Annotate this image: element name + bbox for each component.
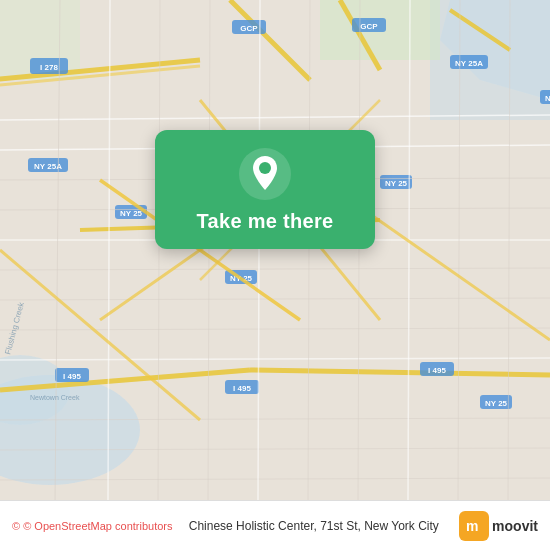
- svg-text:Newtown Creek: Newtown Creek: [30, 394, 80, 401]
- svg-text:NY 25A: NY 25A: [545, 94, 550, 103]
- bottom-bar: © © OpenStreetMap contributors Chinese H…: [0, 500, 550, 550]
- svg-text:NY 25: NY 25: [120, 209, 143, 218]
- svg-text:I 495: I 495: [233, 384, 251, 393]
- moovit-logo: m moovit: [455, 511, 538, 541]
- svg-text:I 278: I 278: [40, 63, 58, 72]
- moovit-text: moovit: [492, 518, 538, 534]
- svg-text:I 495: I 495: [63, 372, 81, 381]
- svg-text:NY 25: NY 25: [485, 399, 508, 408]
- svg-text:NY 25: NY 25: [385, 179, 408, 188]
- moovit-icon: m: [459, 511, 489, 541]
- svg-text:GCP: GCP: [240, 24, 258, 33]
- svg-text:I 495: I 495: [428, 366, 446, 375]
- map-container: I 278 GCP GCP NY 25A NY 25A NY 25A NY 25…: [0, 0, 550, 500]
- svg-text:GCP: GCP: [360, 22, 378, 31]
- svg-text:m: m: [466, 518, 478, 534]
- copyright-text: © © OpenStreetMap contributors: [12, 520, 173, 532]
- svg-point-75: [259, 162, 271, 174]
- take-me-there-button[interactable]: Take me there: [197, 210, 334, 233]
- take-me-card: Take me there: [155, 130, 375, 249]
- copyright-symbol: ©: [12, 520, 20, 532]
- location-label: Chinese Holistic Center, 71st St, New Yo…: [181, 519, 448, 533]
- location-pin-icon: [239, 148, 291, 200]
